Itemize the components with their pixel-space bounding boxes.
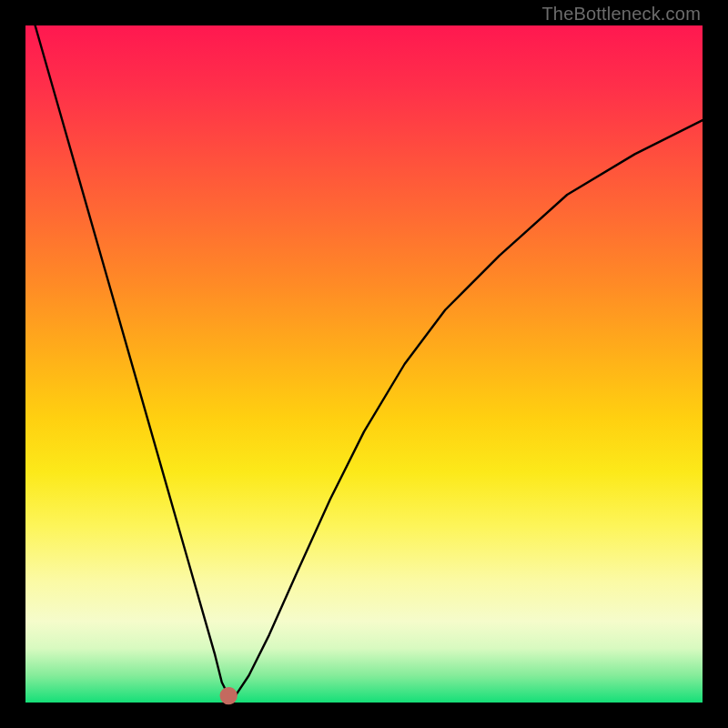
- bottleneck-curve: [25, 0, 703, 696]
- minimum-marker: [223, 691, 234, 702]
- curve-layer: [25, 25, 703, 703]
- chart-frame: TheBottleneck.com: [0, 0, 728, 728]
- plot-area: [25, 25, 703, 703]
- watermark-text: TheBottleneck.com: [541, 4, 701, 25]
